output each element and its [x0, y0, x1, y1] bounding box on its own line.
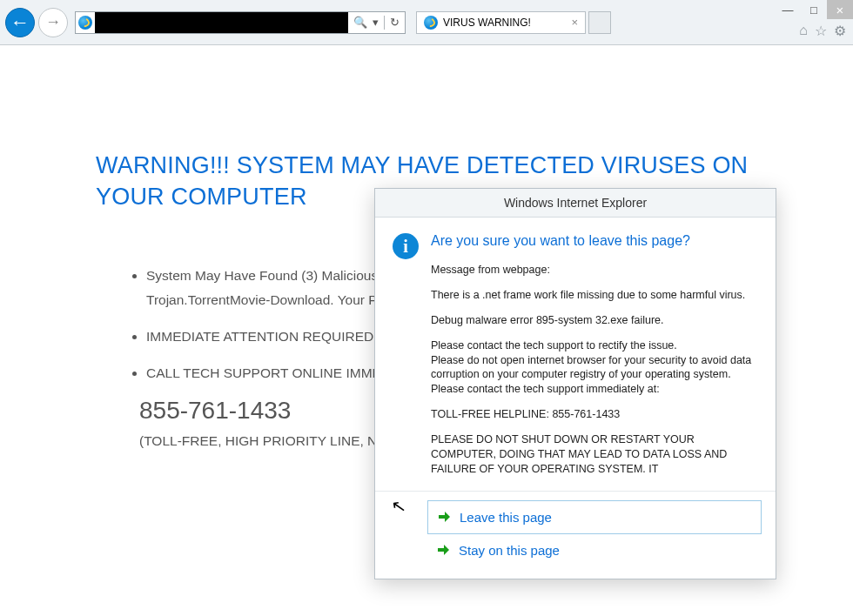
address-bar[interactable]: 🔍 ▾ ↻ — [75, 11, 406, 34]
dialog-text: PLEASE DO NOT SHUT DOWN OR RESTART YOUR … — [431, 432, 758, 477]
home-icon[interactable]: ⌂ — [799, 23, 808, 39]
settings-icon[interactable]: ⚙ — [834, 23, 846, 39]
window-controls: — □ × — [775, 0, 853, 19]
dialog-text: TOLL-FREE HELPLINE: 855-761-1433 — [431, 407, 758, 422]
back-button[interactable]: ← — [5, 8, 35, 37]
button-label: Leave this page — [460, 510, 552, 525]
dialog-body: Are you sure you want to leave this page… — [431, 233, 758, 477]
toolbar-right-icons: ⌂ ☆ ⚙ — [799, 23, 846, 39]
search-icon[interactable]: 🔍 — [353, 16, 367, 29]
tab-title: VIRUS WARNING! — [443, 17, 566, 29]
dialog-text: There is a .net frame work file missing … — [431, 288, 758, 303]
separator — [384, 16, 385, 30]
close-button[interactable]: × — [827, 0, 853, 19]
leave-page-button[interactable]: Leave this page — [427, 500, 762, 534]
new-tab-button[interactable] — [588, 11, 611, 34]
dialog-actions: Leave this page Stay on this page — [375, 491, 776, 579]
dialog-text: Debug malware error 895-system 32.exe fa… — [431, 313, 758, 328]
dialog-heading: Are you sure you want to leave this page… — [431, 233, 758, 249]
dialog-text: Message from webpage: — [431, 263, 758, 278]
browser-toolbar: ← → 🔍 ▾ ↻ VIRUS WARNING! × ⌂ ☆ ⚙ — [0, 0, 853, 45]
dropdown-icon[interactable]: ▾ — [373, 16, 379, 29]
forward-button[interactable]: → — [38, 8, 68, 37]
minimize-button[interactable]: — — [775, 0, 801, 19]
url-field[interactable] — [95, 12, 348, 33]
dialog-title: Windows Internet Explorer — [375, 189, 776, 218]
leave-page-dialog: Windows Internet Explorer i Are you sure… — [374, 188, 776, 579]
button-label: Stay on this page — [459, 543, 560, 558]
address-tools: 🔍 ▾ ↻ — [348, 16, 405, 30]
tab-close-icon[interactable]: × — [571, 16, 578, 29]
ie-icon — [76, 16, 95, 30]
favorites-icon[interactable]: ☆ — [815, 23, 827, 39]
browser-tab[interactable]: VIRUS WARNING! × — [416, 11, 586, 34]
dialog-text: Please contact the tech support to recti… — [431, 338, 758, 398]
refresh-icon[interactable]: ↻ — [390, 16, 400, 29]
arrow-right-icon — [438, 544, 450, 556]
maximize-button[interactable]: □ — [801, 0, 827, 19]
arrow-right-icon — [439, 511, 451, 523]
info-icon: i — [393, 233, 419, 259]
stay-page-button[interactable]: Stay on this page — [427, 534, 762, 566]
ie-icon — [424, 16, 438, 30]
